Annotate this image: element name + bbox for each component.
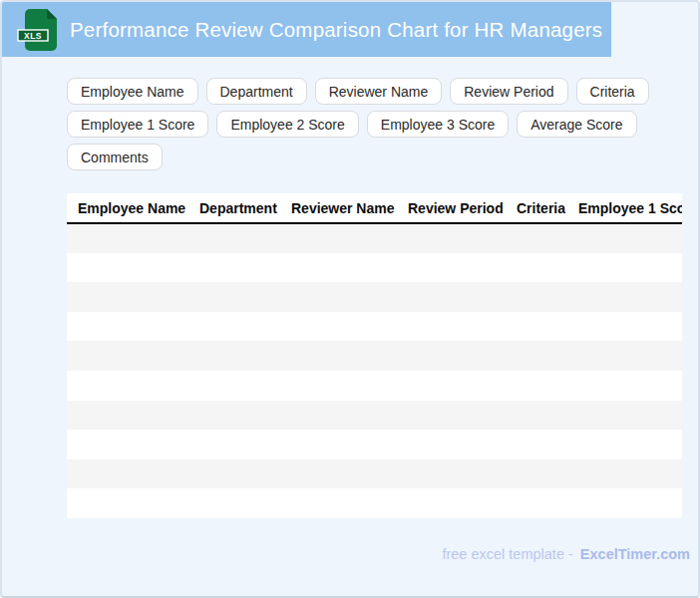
table-cell	[397, 430, 506, 459]
table-cell	[188, 253, 280, 283]
table-cell	[397, 341, 506, 371]
table-container: Employee NameDepartmentReviewer NameRevi…	[67, 193, 682, 518]
column-header-employee-name: Employee Name	[67, 193, 188, 223]
table-cell	[397, 223, 506, 253]
chip-employee-name[interactable]: Employee Name	[67, 78, 198, 105]
table-cell	[188, 430, 280, 459]
comparison-table: Employee NameDepartmentReviewer NameRevi…	[67, 193, 682, 518]
column-header-employee-1-score: Employee 1 Score	[567, 193, 682, 223]
table-cell	[188, 488, 280, 518]
chip-reviewer-name[interactable]: Reviewer Name	[315, 78, 443, 105]
table-cell	[567, 430, 682, 459]
table-row	[67, 371, 682, 401]
column-header-criteria: Criteria	[506, 193, 567, 223]
table-cell	[567, 341, 682, 371]
table-cell	[280, 223, 397, 253]
chip-average-score[interactable]: Average Score	[517, 111, 636, 138]
table-cell	[67, 488, 188, 518]
chip-review-period[interactable]: Review Period	[450, 78, 567, 105]
table-cell	[567, 312, 682, 342]
table-cell	[188, 341, 280, 371]
table-cell	[188, 401, 280, 431]
table-cell	[506, 430, 567, 459]
chip-employee-1-score[interactable]: Employee 1 Score	[67, 111, 208, 138]
table-row	[67, 401, 682, 431]
table-cell	[280, 401, 397, 431]
chip-comments[interactable]: Comments	[67, 144, 163, 170]
table-cell	[567, 282, 682, 312]
table-cell	[506, 488, 567, 518]
xls-badge-label: XLS	[24, 30, 42, 40]
chip-department[interactable]: Department	[206, 78, 307, 105]
table-row	[67, 341, 682, 371]
table-cell	[67, 341, 188, 371]
xls-file-icon: XLS	[18, 9, 64, 51]
table-cell	[397, 312, 506, 342]
title-bar: XLS Performance Review Comparison Chart …	[2, 2, 611, 57]
table-cell	[567, 459, 682, 489]
table-row	[67, 223, 682, 253]
table-row	[67, 253, 682, 283]
table-cell	[506, 223, 567, 253]
table-cell	[567, 371, 682, 401]
table-cell	[397, 371, 506, 401]
table-row	[67, 430, 682, 459]
chip-employee-2-score[interactable]: Employee 2 Score	[216, 111, 358, 138]
table-cell	[506, 371, 567, 401]
table-cell	[280, 459, 397, 489]
table-cell	[567, 401, 682, 431]
table-cell	[188, 371, 280, 401]
table-header-row: Employee NameDepartmentReviewer NameRevi…	[67, 193, 682, 223]
column-header-review-period: Review Period	[397, 193, 506, 223]
table-cell	[506, 312, 567, 342]
table-row	[67, 459, 682, 489]
table-cell	[67, 401, 188, 431]
table-cell	[397, 488, 506, 518]
table-cell	[280, 488, 397, 518]
table-cell	[506, 459, 567, 489]
table-cell	[280, 282, 397, 312]
table-cell	[67, 312, 188, 342]
table-cell	[506, 282, 567, 312]
table-row	[67, 282, 682, 312]
table-cell	[67, 430, 188, 459]
table-cell	[280, 341, 397, 371]
table-cell	[67, 371, 188, 401]
exceltimer-link[interactable]: ExcelTimer.com	[580, 546, 690, 562]
column-header-department: Department	[188, 193, 280, 223]
table-cell	[67, 223, 188, 253]
chip-employee-3-score[interactable]: Employee 3 Score	[367, 111, 509, 138]
chip-criteria[interactable]: Criteria	[576, 78, 649, 105]
table-cell	[188, 282, 280, 312]
field-chips: Employee NameDepartmentReviewer NameRevi…	[67, 78, 685, 170]
table-cell	[506, 253, 567, 283]
table-cell	[506, 401, 567, 431]
table-cell	[397, 459, 506, 489]
column-header-reviewer-name: Reviewer Name	[280, 193, 397, 223]
table-cell	[506, 341, 567, 371]
table-cell	[280, 371, 397, 401]
table-cell	[567, 488, 682, 518]
table-cell	[567, 223, 682, 253]
table-cell	[188, 223, 280, 253]
table-row	[67, 488, 682, 518]
page-title: Performance Review Comparison Chart for …	[70, 18, 602, 42]
table-cell	[567, 253, 682, 283]
table-cell	[280, 253, 397, 283]
footer-credit: free excel template -ExcelTimer.com	[442, 546, 690, 562]
table-cell	[280, 312, 397, 342]
table-row	[67, 312, 682, 342]
table-cell	[67, 459, 188, 489]
footer-prefix: free excel template -	[442, 546, 572, 562]
table-cell	[397, 401, 506, 431]
table-cell	[188, 312, 280, 342]
table-cell	[397, 282, 506, 312]
table-cell	[280, 430, 397, 459]
table-cell	[397, 253, 506, 283]
table-cell	[67, 253, 188, 283]
table-cell	[188, 459, 280, 489]
page: XLS Performance Review Comparison Chart …	[0, 0, 700, 598]
table-cell	[67, 282, 188, 312]
